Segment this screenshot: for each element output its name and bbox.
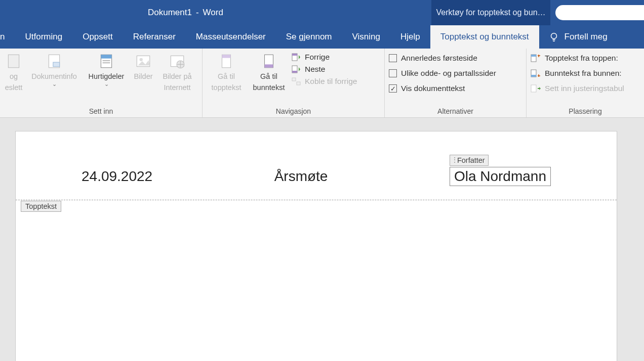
- tell-me-label: Fortell meg: [565, 32, 608, 42]
- group-label-navigasjon: Navigasjon: [207, 107, 380, 116]
- topptekst-fra-toppen-field[interactable]: Topptekst fra toppen:: [531, 54, 624, 63]
- checkbox-checked-icon: [389, 84, 397, 93]
- tab-se-gjennom[interactable]: Se gjennom: [276, 25, 342, 49]
- header-section-tag: Topptekst: [21, 201, 61, 212]
- group-navigasjon: Gå til topptekst Gå til bunntekst Forrig…: [203, 49, 385, 117]
- tab-visning[interactable]: Visning: [342, 25, 390, 49]
- footer-from-bottom-icon: [531, 69, 541, 77]
- picture-icon: [135, 53, 152, 70]
- dokumentinfo-button[interactable]: Dokumentinfo ⌄: [26, 52, 82, 85]
- forrige-button[interactable]: Forrige: [292, 53, 357, 62]
- svg-rect-21: [297, 82, 300, 85]
- svg-rect-13: [222, 55, 231, 58]
- tab-hjelp[interactable]: Hjelp: [390, 25, 430, 49]
- header-content[interactable]: 24.09.2022 Årsmøte Forfatter Ola Nordman…: [16, 131, 617, 186]
- tab-oppsett[interactable]: Oppsett: [72, 25, 123, 49]
- og-slett-line1: og: [10, 72, 18, 81]
- hurtigdeler-label: Hurtigdeler: [89, 72, 125, 81]
- bunntekst-fra-bunnen-field[interactable]: Bunntekst fra bunnen:: [531, 69, 624, 78]
- tab-utforming[interactable]: Utforming: [15, 25, 72, 49]
- ribbon: og eslett Dokumentinfo ⌄ Hurtigdeler ⌄ B…: [0, 49, 644, 118]
- link-previous-icon: [292, 77, 301, 85]
- tab-topptekst-og-bunntekst[interactable]: Topptekst og bunntekst: [430, 25, 539, 49]
- svg-rect-20: [292, 78, 296, 81]
- app-name: Word: [203, 8, 223, 18]
- search-box[interactable]: [555, 5, 644, 20]
- group-label-plassering: Plassering: [531, 107, 640, 116]
- svg-rect-1: [8, 55, 19, 68]
- document-area: 24.09.2022 Årsmøte Forfatter Ola Nordman…: [0, 118, 644, 361]
- insert-tab-icon: [531, 84, 541, 93]
- koble-til-forrige-label: Koble til forrige: [305, 77, 357, 86]
- ulike-label: Ulike odde- og partallssider: [401, 69, 496, 78]
- ga-til-topptekst-line2: topptekst: [212, 83, 242, 92]
- next-icon: [292, 65, 301, 73]
- contextual-tab-title: Verktøy for topptekst og bun…: [431, 0, 550, 25]
- author-control[interactable]: Forfatter Ola Nordmann: [450, 167, 551, 186]
- tab-masseutsendelser[interactable]: Masseutsendelser: [186, 25, 276, 49]
- header-date[interactable]: 24.09.2022: [82, 168, 152, 185]
- og-slett-line2: eslett: [5, 83, 23, 92]
- svg-rect-6: [103, 60, 110, 61]
- svg-rect-7: [103, 62, 110, 63]
- svg-point-9: [140, 58, 143, 61]
- hurtigdeler-button[interactable]: Hurtigdeler ⌄: [85, 52, 128, 85]
- lightbulb-icon: [548, 31, 559, 42]
- title-bar: Dokument1 - Word Verktøy for topptekst o…: [0, 0, 644, 25]
- ga-til-bunntekst-button[interactable]: Gå til bunntekst: [249, 52, 289, 92]
- bilder-internett-line1: Bilder på: [163, 72, 191, 81]
- tab-referanser[interactable]: Referanser: [123, 25, 186, 49]
- header-title[interactable]: Årsmøte: [274, 168, 328, 185]
- bilder-pa-internett-button[interactable]: Bilder på Internett: [159, 52, 195, 92]
- group-alternativer: Annerledes førsteside Ulike odde- og par…: [385, 49, 527, 117]
- ulike-odde-checkbox[interactable]: Ulike odde- og partallssider: [389, 69, 496, 78]
- chevron-down-icon: ⌄: [52, 83, 57, 85]
- author-field-label: Forfatter: [450, 155, 489, 166]
- svg-rect-5: [101, 55, 111, 58]
- svg-rect-3: [53, 62, 60, 67]
- forrige-label: Forrige: [305, 53, 330, 62]
- svg-rect-17: [292, 54, 297, 56]
- svg-rect-15: [265, 64, 273, 67]
- bilder-internett-line2: Internett: [164, 83, 190, 92]
- bunntekst-fra-bunnen-label: Bunntekst fra bunnen:: [545, 69, 622, 78]
- koble-til-forrige-button[interactable]: Koble til forrige: [292, 77, 357, 86]
- svg-rect-23: [531, 55, 536, 57]
- ga-til-topptekst-line1: Gå til: [218, 72, 235, 81]
- document-info-icon: [46, 53, 63, 70]
- topptekst-fra-toppen-label: Topptekst fra toppen:: [545, 54, 618, 63]
- title-separator: -: [196, 8, 199, 18]
- vis-dokumenttekst-checkbox[interactable]: Vis dokumenttekst: [389, 84, 496, 93]
- neste-button[interactable]: Neste: [292, 65, 357, 74]
- svg-point-0: [551, 33, 556, 39]
- header-from-top-icon: [531, 54, 541, 62]
- checkbox-icon: [389, 54, 397, 62]
- group-label-alternativer: Alternativer: [389, 107, 522, 116]
- sett-inn-tab-label: Sett inn justeringstabul: [545, 84, 624, 93]
- tab-partial-left[interactable]: n: [0, 25, 15, 49]
- author-field-value[interactable]: Ola Nordmann: [450, 167, 551, 186]
- group-plassering: Topptekst fra toppen: Bunntekst fra bunn…: [527, 49, 644, 117]
- group-label-sett-inn: Sett inn: [4, 107, 198, 116]
- window-title: Dokument1 - Word: [148, 8, 223, 18]
- og-slett-button[interactable]: og eslett: [4, 52, 23, 92]
- ga-til-bunntekst-line2: bunntekst: [253, 83, 285, 92]
- neste-label: Neste: [305, 65, 326, 74]
- dokumentinfo-label: Dokumentinfo: [31, 72, 76, 81]
- svg-rect-19: [292, 71, 297, 73]
- ga-til-topptekst-button[interactable]: Gå til topptekst: [207, 52, 246, 92]
- goto-footer-icon: [260, 53, 277, 70]
- chevron-down-icon: ⌄: [104, 83, 109, 85]
- tell-me[interactable]: Fortell meg: [539, 25, 617, 49]
- document-name: Dokument1: [148, 8, 192, 18]
- quick-parts-icon: [98, 53, 115, 70]
- vis-dok-label: Vis dokumenttekst: [401, 84, 465, 93]
- bilder-button[interactable]: Bilder: [131, 52, 156, 81]
- group-sett-inn: og eslett Dokumentinfo ⌄ Hurtigdeler ⌄ B…: [0, 49, 203, 117]
- annerledes-forsteside-checkbox[interactable]: Annerledes førsteside: [389, 54, 496, 63]
- sett-inn-justeringstabulator-button[interactable]: Sett inn justeringstabul: [531, 84, 624, 93]
- svg-rect-26: [531, 85, 536, 92]
- page[interactable]: 24.09.2022 Årsmøte Forfatter Ola Nordman…: [15, 131, 617, 361]
- annerledes-label: Annerledes førsteside: [401, 54, 477, 63]
- previous-icon: [292, 53, 301, 61]
